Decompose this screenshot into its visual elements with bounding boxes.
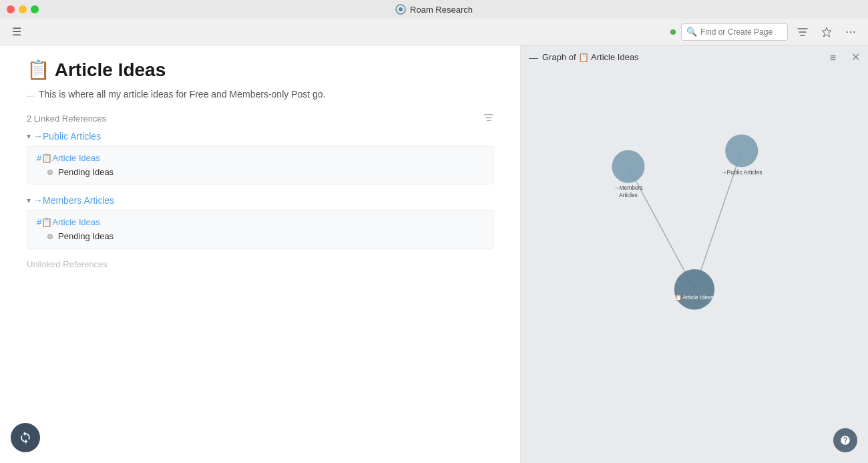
- main-area: 📋 Article Ideas … This is where all my a…: [0, 45, 868, 463]
- ref-block-members-1-text: Pending Ideas: [58, 231, 114, 241]
- svg-text:→Members: →Members: [614, 184, 643, 191]
- ellipsis-button[interactable]: …: [27, 90, 35, 99]
- page-title: 📋 Article Ideas: [27, 59, 493, 81]
- collapse-members-articles-icon: ▾: [27, 196, 31, 205]
- graph-title-row: — Graph of 📋 Article Ideas: [529, 52, 639, 63]
- ref-block-members-1: #📋Article Ideas Pending Ideas: [27, 210, 493, 249]
- ref-group-public-articles: ▾ →Public Articles #📋Article Ideas Pendi…: [27, 131, 493, 184]
- ref-block-public-1: #📋Article Ideas Pending Ideas: [27, 146, 493, 184]
- hash-icon: #: [37, 153, 41, 163]
- bullet-dot-icon-2: [47, 234, 53, 239]
- node-members-articles[interactable]: →Members Articles: [612, 150, 644, 198]
- ref-block-members-1-title[interactable]: #📋Article Ideas: [37, 217, 483, 227]
- titlebar: Roam Research: [0, 0, 868, 19]
- sync-fab-button[interactable]: [11, 423, 40, 452]
- graph-header: — Graph of 📋 Article Ideas ✕: [521, 45, 868, 69]
- svg-text:Articles: Articles: [619, 192, 638, 198]
- panel-lines-icon[interactable]: ≡: [830, 52, 836, 64]
- linked-refs-filter-icon: [484, 113, 493, 122]
- linked-refs-filter-button[interactable]: [484, 113, 493, 124]
- svg-point-1: [399, 7, 403, 11]
- right-panel: — Graph of 📋 Article Ideas ✕ →Members Ar…: [521, 45, 868, 463]
- app-title: Roam Research: [395, 4, 473, 15]
- star-icon: [821, 27, 832, 37]
- more-button[interactable]: ⋯: [841, 23, 860, 41]
- filter-button[interactable]: [793, 24, 812, 40]
- graph-collapse-button[interactable]: —: [529, 52, 538, 63]
- graph-canvas: →Members Articles →Public Articles 📋Arti…: [521, 69, 868, 460]
- ref-block-public-1-item: Pending Ideas: [37, 167, 483, 177]
- linked-refs-title: 2 Linked References: [27, 114, 106, 124]
- ref-group-public-articles-header[interactable]: ▾ →Public Articles: [27, 131, 493, 142]
- page-description: … This is where all my article ideas for…: [27, 89, 493, 100]
- search-input[interactable]: [681, 23, 788, 41]
- close-traffic-btn[interactable]: [7, 5, 15, 13]
- node-public-articles[interactable]: →Public Articles: [721, 134, 762, 175]
- star-button[interactable]: [817, 24, 836, 40]
- connection-status-dot: [670, 29, 676, 35]
- maximize-traffic-btn[interactable]: [31, 5, 39, 13]
- svg-point-8: [674, 269, 714, 309]
- sync-icon: [19, 431, 32, 444]
- search-icon: 🔍: [686, 27, 697, 37]
- traffic-lights: [7, 5, 39, 13]
- svg-point-3: [612, 150, 644, 183]
- toolbar-right: 🔍 ⋯: [670, 23, 860, 41]
- linked-refs-header: 2 Linked References: [27, 113, 493, 124]
- bullet-dot-icon: [47, 170, 53, 175]
- graph-title-text: Graph of 📋 Article Ideas: [542, 52, 639, 62]
- roam-logo-icon: [395, 4, 406, 15]
- toolbar-left: ☰: [8, 23, 25, 41]
- ref-group-members-articles-header[interactable]: ▾ →Members Articles: [27, 195, 493, 206]
- svg-point-6: [725, 134, 758, 167]
- toolbar: ☰ 🔍 ⋯: [0, 19, 868, 45]
- search-container: 🔍: [681, 23, 788, 41]
- members-articles-link[interactable]: →Members Articles: [33, 195, 114, 206]
- svg-text:📋Article Ideas: 📋Article Ideas: [675, 294, 714, 301]
- ref-block-public-1-title[interactable]: #📋Article Ideas: [37, 153, 483, 163]
- svg-text:→Public Articles: →Public Articles: [721, 169, 762, 176]
- node-article-ideas[interactable]: 📋Article Ideas: [674, 269, 714, 309]
- left-panel: 📋 Article Ideas … This is where all my a…: [0, 45, 521, 463]
- collapse-public-articles-icon: ▾: [27, 132, 31, 141]
- ref-group-members-articles: ▾ →Members Articles #📋Article Ideas Pend…: [27, 195, 493, 249]
- help-icon: [840, 435, 851, 446]
- ref-block-members-1-item: Pending Ideas: [37, 231, 483, 241]
- app-title-text: Roam Research: [410, 5, 473, 15]
- minimize-traffic-btn[interactable]: [19, 5, 27, 13]
- ref-block-public-1-text: Pending Ideas: [58, 167, 114, 177]
- hamburger-menu-button[interactable]: ☰: [8, 23, 25, 41]
- public-articles-link[interactable]: →Public Articles: [33, 131, 101, 142]
- graph-close-button[interactable]: ✕: [851, 51, 860, 63]
- help-button[interactable]: [833, 428, 857, 452]
- svg-marker-2: [822, 27, 831, 37]
- page-description-text: This is where all my article ideas for F…: [39, 89, 326, 100]
- filter-icon: [797, 27, 808, 37]
- unlinked-refs-title: Unlinked References: [27, 259, 493, 269]
- hash-icon-2: #: [37, 217, 41, 227]
